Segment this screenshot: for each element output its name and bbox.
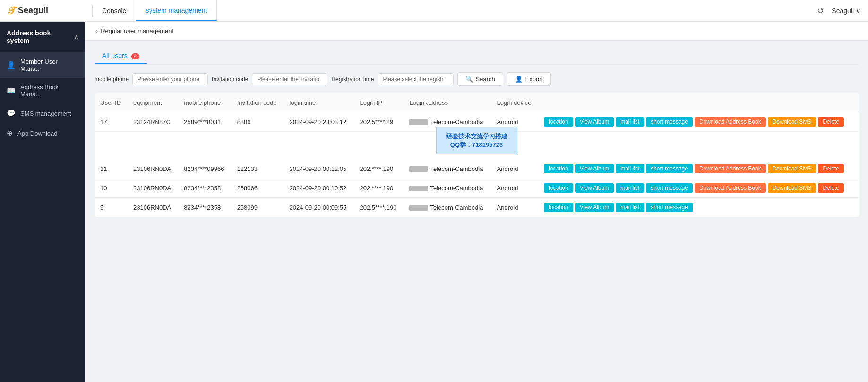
action-mail-list-button[interactable]: mail list — [616, 203, 644, 212]
refresh-icon[interactable]: ↺ — [817, 6, 824, 16]
action-cell: locationView Albummail listshort message — [544, 203, 853, 212]
topbar-logo: 𝒯 Seagull — [8, 5, 93, 17]
col-login-address: Login address — [404, 93, 491, 112]
sms-icon: 💬 — [7, 109, 16, 118]
action-short-message-button[interactable]: short message — [646, 183, 693, 193]
col-login-device: Login device — [491, 93, 539, 112]
search-icon: 🔍 — [465, 76, 473, 83]
action-download-sms-button[interactable]: Download SMS — [768, 117, 816, 127]
registration-time-label: Registration time — [331, 76, 374, 83]
action-download-address-book-button[interactable]: Download Address Book — [695, 164, 766, 173]
cell-actions: locationView Albummail listshort message… — [538, 112, 859, 132]
cell-equipment: 23124RN87C — [128, 112, 178, 132]
action-cell: locationView Albummail listshort message… — [544, 117, 853, 127]
sidebar-item-member-user-label: Member User Mana... — [20, 58, 78, 72]
action-download-address-book-button[interactable]: Download Address Book — [695, 117, 766, 127]
cell-invitation-code: 122133 — [232, 159, 284, 178]
watermark-line2: QQ群：718195723 — [446, 141, 507, 149]
ip-mask — [409, 119, 428, 125]
cell-invitation-code: 8886 — [232, 112, 284, 132]
sidebar-item-app-download-label: App Download — [17, 130, 58, 137]
ip-mask — [409, 166, 428, 172]
sidebar-item-address-book[interactable]: 📖 Address Book Mana... — [0, 78, 85, 103]
sidebar: Address book system ∧ 👤 Member User Mana… — [0, 22, 85, 382]
cell-invitation-code: 258066 — [232, 178, 284, 198]
action-view-album-button[interactable]: View Album — [575, 203, 614, 212]
action-delete-button[interactable]: Delete — [818, 183, 844, 193]
export-button[interactable]: 👤 Export — [507, 72, 551, 86]
tab-all-users-badge: 4 — [131, 53, 140, 59]
registration-time-input[interactable] — [378, 73, 454, 85]
tab-all-users[interactable]: All users 4 — [95, 48, 147, 64]
search-button[interactable]: 🔍 Search — [457, 72, 503, 86]
action-delete-button[interactable]: Delete — [818, 117, 844, 127]
col-user-id: User ID — [95, 93, 128, 112]
action-mail-list-button[interactable]: mail list — [616, 164, 644, 173]
cell-login-device: Android — [491, 198, 539, 217]
action-short-message-button[interactable]: short message — [646, 164, 693, 173]
cell-login-device: Android — [491, 159, 539, 178]
cell-invitation-code: 258099 — [232, 198, 284, 217]
topbar: 𝒯 Seagull Console system management ↺ Se… — [0, 0, 868, 22]
main-content: » Regular user management All users 4 mo… — [85, 22, 868, 382]
sidebar-item-member-user[interactable]: 👤 Member User Mana... — [0, 52, 85, 78]
topbar-user[interactable]: Seagull ∨ — [832, 7, 860, 15]
tabs-bar: All users 4 — [95, 48, 859, 65]
tab-system-management[interactable]: system management — [136, 0, 217, 21]
action-view-album-button[interactable]: View Album — [575, 117, 614, 127]
action-location-button[interactable]: location — [544, 183, 573, 193]
action-download-sms-button[interactable]: Download SMS — [768, 183, 816, 193]
sidebar-item-sms[interactable]: 💬 SMS management — [0, 103, 85, 123]
sidebar-chevron-icon: ∧ — [74, 34, 78, 40]
action-mail-list-button[interactable]: mail list — [616, 183, 644, 193]
sidebar-item-address-book-label: Address Book Mana... — [20, 84, 78, 98]
action-download-address-book-button[interactable]: Download Address Book — [695, 183, 766, 193]
cell-actions: locationView Albummail listshort message… — [538, 159, 859, 178]
action-download-sms-button[interactable]: Download SMS — [768, 164, 816, 173]
col-login-ip: Login IP — [354, 93, 404, 112]
filter-bar: mobile phone Invitation code Registratio… — [95, 72, 859, 86]
sidebar-item-app-download[interactable]: ⊕ App Download — [0, 123, 85, 143]
invitation-code-input[interactable] — [252, 73, 327, 85]
breadcrumb: » Regular user management — [85, 22, 868, 41]
cell-mobile-phone: 2589****8031 — [178, 112, 231, 132]
table-header-row: User ID equipment mobile phone Invitatio… — [95, 93, 859, 112]
cell-login-ip: 202.****.190 — [354, 159, 404, 178]
mobile-phone-input[interactable] — [132, 73, 208, 85]
book-icon: 📖 — [7, 86, 16, 95]
user-icon: 👤 — [7, 61, 16, 69]
action-view-album-button[interactable]: View Album — [575, 164, 614, 173]
user-table: User ID equipment mobile phone Invitatio… — [95, 93, 859, 217]
cell-equipment: 23106RN0DA — [128, 159, 178, 178]
col-login-time: login time — [284, 93, 354, 112]
tab-console[interactable]: Console — [93, 0, 136, 21]
logo-icon: 𝒯 — [8, 5, 14, 17]
action-short-message-button[interactable]: short message — [646, 203, 693, 212]
action-location-button[interactable]: location — [544, 117, 573, 127]
invitation-code-label: Invitation code — [212, 76, 248, 83]
cell-login-address: Telecom-Cambodia — [404, 178, 491, 198]
cell-mobile-phone: 8234****09966 — [178, 159, 231, 178]
cell-login-device: Android — [491, 178, 539, 198]
action-short-message-button[interactable]: short message — [646, 117, 693, 127]
action-view-album-button[interactable]: View Album — [575, 183, 614, 193]
col-actions — [538, 93, 859, 112]
search-label: Search — [476, 76, 495, 83]
download-icon: ⊕ — [7, 129, 13, 137]
cell-login-ip: 202.5****.190 — [354, 198, 404, 217]
action-location-button[interactable]: location — [544, 203, 573, 212]
cell-user-id: 10 — [95, 178, 128, 198]
export-icon: 👤 — [515, 76, 523, 83]
logo-text: Seagull — [18, 6, 48, 16]
action-delete-button[interactable]: Delete — [818, 164, 844, 173]
tab-system-management-label: system management — [146, 7, 207, 14]
watermark-row: 经验技术交流学习搭建 QQ群：718195723 — [95, 132, 859, 160]
sidebar-header[interactable]: Address book system ∧ — [0, 22, 85, 52]
page-content: All users 4 mobile phone Invitation code… — [85, 41, 868, 382]
action-location-button[interactable]: location — [544, 164, 573, 173]
watermark-cell: 经验技术交流学习搭建 QQ群：718195723 — [95, 132, 859, 160]
cell-login-ip: 202.****.190 — [354, 178, 404, 198]
ip-mask — [409, 186, 428, 191]
tab-all-users-label: All users — [102, 52, 128, 59]
action-mail-list-button[interactable]: mail list — [616, 117, 644, 127]
